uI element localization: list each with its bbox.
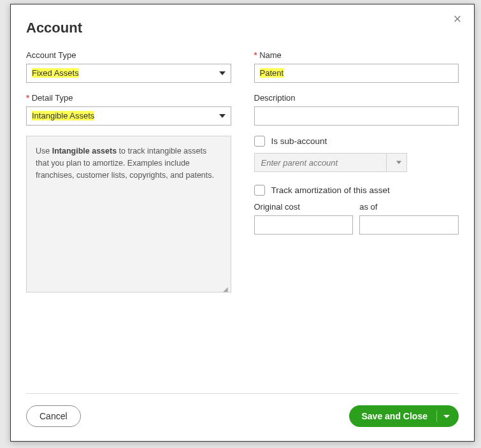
original-cost-label: Original cost bbox=[254, 202, 354, 212]
save-and-close-button[interactable]: Save and Close bbox=[349, 405, 459, 427]
description-label: Description bbox=[254, 93, 459, 103]
as-of-field: as of bbox=[359, 202, 459, 235]
chevron-down-icon[interactable] bbox=[443, 415, 450, 418]
as-of-label: as of bbox=[359, 202, 459, 212]
original-cost-field: Original cost bbox=[254, 202, 354, 235]
detail-type-select[interactable]: Intangible Assets bbox=[26, 106, 231, 126]
chevron-down-icon bbox=[219, 71, 226, 75]
left-column: Account Type Fixed Assets Detail Type In… bbox=[26, 50, 231, 393]
close-icon[interactable]: × bbox=[451, 12, 464, 25]
save-button-label: Save and Close bbox=[362, 411, 428, 421]
chevron-down-icon bbox=[396, 161, 401, 164]
info-text-prefix: Use bbox=[36, 147, 52, 155]
track-amortization-label: Track amortization of this asset bbox=[271, 185, 390, 195]
name-value: Patent bbox=[260, 68, 284, 78]
detail-type-value: Intangible Assets bbox=[32, 111, 94, 120]
modal-header: Account bbox=[11, 4, 474, 41]
account-modal: × Account Account Type Fixed Assets Deta… bbox=[10, 4, 475, 442]
parent-account-select bbox=[254, 153, 407, 172]
chevron-down-icon bbox=[219, 114, 226, 118]
parent-account-input bbox=[254, 153, 387, 172]
name-field: Name Patent bbox=[254, 50, 459, 83]
original-cost-input[interactable] bbox=[254, 215, 354, 235]
parent-account-dropdown-button bbox=[387, 153, 407, 172]
name-input[interactable]: Patent bbox=[254, 64, 459, 83]
detail-type-field: Detail Type Intangible Assets bbox=[26, 93, 231, 126]
save-button-divider bbox=[436, 410, 437, 422]
description-field: Description bbox=[254, 93, 459, 126]
resize-handle-icon[interactable]: ◢ bbox=[223, 284, 229, 291]
modal-footer: Cancel Save and Close bbox=[11, 394, 474, 441]
detail-type-info: Use Intangible assets to track intangibl… bbox=[26, 136, 231, 293]
account-type-label: Account Type bbox=[26, 50, 231, 60]
track-amortization-checkbox[interactable] bbox=[254, 185, 265, 196]
is-sub-account-row: Is sub-account bbox=[254, 136, 459, 147]
modal-title: Account bbox=[26, 20, 459, 36]
is-sub-account-checkbox[interactable] bbox=[254, 136, 265, 147]
detail-type-label: Detail Type bbox=[26, 93, 231, 103]
info-text-bold: Intangible assets bbox=[52, 147, 117, 155]
is-sub-account-label: Is sub-account bbox=[271, 136, 327, 146]
description-input[interactable] bbox=[254, 106, 459, 126]
cancel-button[interactable]: Cancel bbox=[26, 405, 81, 427]
account-type-select[interactable]: Fixed Assets bbox=[26, 64, 231, 83]
track-amortization-row: Track amortization of this asset bbox=[254, 185, 459, 196]
cost-row: Original cost as of bbox=[254, 202, 459, 235]
right-column: Name Patent Description Is sub-account bbox=[254, 50, 459, 393]
as-of-input[interactable] bbox=[359, 215, 459, 235]
account-type-field: Account Type Fixed Assets bbox=[26, 50, 231, 83]
modal-body: Account Type Fixed Assets Detail Type In… bbox=[11, 41, 474, 393]
name-label: Name bbox=[254, 50, 459, 60]
account-type-value: Fixed Assets bbox=[32, 68, 79, 78]
